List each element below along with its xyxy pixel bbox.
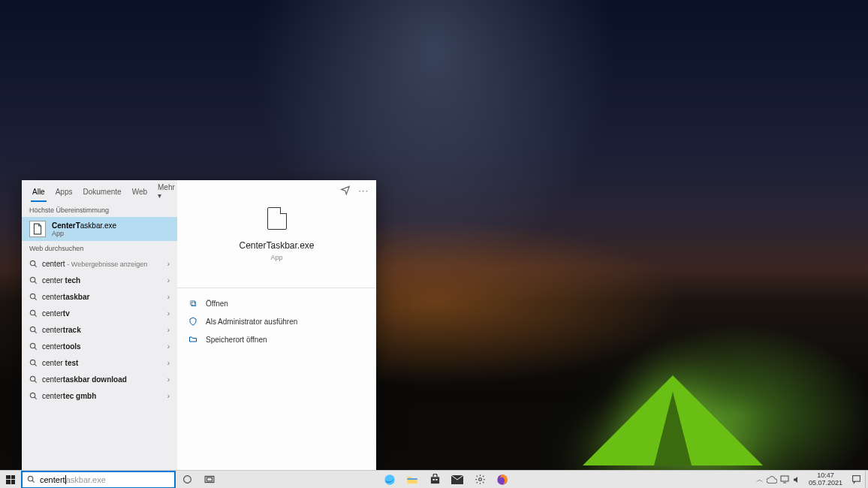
chevron-right-icon: ›	[167, 260, 170, 268]
web-result-item[interactable]: centertv›	[22, 305, 177, 321]
taskbar-app-settings[interactable]	[469, 471, 491, 489]
web-result-item[interactable]: center test›	[22, 354, 177, 371]
chevron-right-icon: ›	[167, 276, 170, 285]
task-view-button[interactable]	[198, 471, 221, 489]
svg-point-8	[30, 393, 35, 397]
svg-point-10	[183, 476, 191, 483]
search-icon	[29, 392, 38, 400]
web-result-text: centert - Webergebnisse anzeigen	[42, 260, 147, 268]
svg-rect-16	[432, 479, 435, 480]
section-web: Web durchsuchen	[22, 241, 177, 255]
tab-web[interactable]: Web	[132, 188, 147, 196]
search-icon	[29, 342, 38, 351]
web-result-text: centertv	[42, 309, 70, 318]
web-result-text: center tech	[42, 276, 80, 285]
taskbar-app-mail[interactable]	[446, 471, 469, 489]
tab-all[interactable]: Alle	[32, 188, 45, 196]
chevron-right-icon: ›	[167, 326, 170, 334]
svg-point-19	[478, 478, 481, 481]
svg-point-2	[30, 294, 35, 298]
web-result-item[interactable]: centertrack›	[22, 321, 177, 338]
section-best-match: Höchste Übereinstimmung	[22, 203, 177, 217]
chevron-right-icon: ›	[167, 309, 170, 318]
web-result-item[interactable]: centertools›	[22, 338, 177, 354]
web-result-item[interactable]: center tech›	[22, 272, 177, 288]
web-result-text: centertools	[42, 342, 81, 351]
best-match-title: CenterTaskbar.exe	[52, 221, 116, 230]
chevron-down-icon: ▾	[158, 191, 161, 200]
svg-point-9	[28, 476, 32, 480]
exe-icon	[29, 221, 46, 237]
action-open[interactable]: ⧉ Öffnen	[188, 296, 366, 311]
chevron-right-icon: ›	[167, 342, 170, 351]
show-desktop-button[interactable]	[865, 471, 868, 489]
best-match-sub: App	[52, 230, 116, 237]
svg-rect-22	[852, 476, 860, 482]
web-result-text: center test	[42, 359, 78, 367]
search-icon	[29, 359, 38, 367]
taskbar-search-input[interactable]: centertaskbar.exe	[21, 471, 176, 489]
start-button[interactable]	[0, 471, 21, 489]
admin-icon	[188, 317, 198, 326]
taskbar-clock[interactable]: 10:47 05.07.2021	[804, 472, 847, 486]
svg-rect-17	[436, 479, 438, 480]
search-icon	[29, 260, 38, 268]
more-icon[interactable]: ···	[358, 185, 369, 196]
system-tray: ︿	[753, 474, 804, 485]
svg-point-5	[30, 343, 35, 348]
search-autocomplete-hint: askbar.exe	[66, 475, 106, 484]
search-flyout: ··· Alle Apps Dokumente Web Mehr ▾ Höchs…	[22, 180, 376, 470]
chevron-right-icon: ›	[167, 293, 170, 301]
svg-point-6	[30, 360, 35, 364]
action-open-location[interactable]: Speicherort öffnen	[188, 332, 366, 347]
tray-overflow-icon[interactable]: ︿	[756, 474, 764, 485]
svg-rect-14	[407, 478, 417, 480]
cortana-button[interactable]	[176, 471, 198, 489]
taskbar-app-explorer[interactable]	[401, 471, 423, 489]
action-run-admin[interactable]: Als Administrator ausführen	[188, 314, 366, 329]
preview-sub: App	[270, 254, 282, 261]
web-result-text: centertaskbar	[42, 293, 89, 301]
action-center-button[interactable]	[847, 471, 865, 489]
tab-more[interactable]: Mehr ▾	[158, 183, 175, 200]
search-icon	[29, 326, 38, 334]
best-match-item[interactable]: CenterTaskbar.exe App	[22, 217, 177, 241]
search-value: centert	[40, 475, 65, 484]
search-icon	[29, 276, 38, 285]
svg-point-3	[30, 310, 35, 315]
web-result-item[interactable]: centertaskbar download›	[22, 371, 177, 387]
svg-rect-21	[781, 476, 788, 481]
volume-icon[interactable]	[792, 475, 801, 484]
web-result-item[interactable]: centertaskbar›	[22, 288, 177, 305]
preview-title: CenterTaskbar.exe	[239, 240, 314, 251]
tab-apps[interactable]: Apps	[56, 188, 73, 196]
chevron-right-icon: ›	[167, 392, 170, 400]
search-icon	[29, 309, 38, 318]
tab-documents[interactable]: Dokumente	[83, 188, 121, 196]
display-icon[interactable]	[780, 475, 789, 483]
svg-point-1	[30, 277, 35, 282]
windows-icon	[6, 475, 15, 484]
search-icon	[27, 475, 35, 483]
search-results-panel: Alle Apps Dokumente Web Mehr ▾ Höchste Ü…	[22, 180, 177, 470]
chevron-right-icon: ›	[167, 375, 170, 384]
search-icon	[29, 375, 38, 384]
taskbar-app-store[interactable]	[423, 471, 446, 489]
onedrive-icon[interactable]	[767, 476, 777, 483]
open-icon: ⧉	[188, 298, 198, 309]
web-result-item[interactable]: centert - Webergebnisse anzeigen›	[22, 255, 177, 272]
svg-point-4	[30, 327, 35, 331]
taskbar-app-edge[interactable]	[378, 471, 401, 489]
feedback-icon[interactable]	[340, 185, 351, 196]
action-run-admin-label: Als Administrator ausführen	[206, 318, 297, 326]
taskbar-app-firefox[interactable]	[491, 471, 514, 489]
svg-point-7	[30, 376, 35, 381]
svg-point-0	[30, 261, 35, 265]
svg-rect-12	[207, 477, 212, 481]
preview-exe-icon	[267, 207, 287, 230]
web-result-text: centertec gmbh	[42, 392, 96, 400]
chevron-right-icon: ›	[167, 359, 170, 367]
search-tabs: Alle Apps Dokumente Web Mehr ▾	[22, 180, 177, 203]
search-preview-panel: CenterTaskbar.exe App ⧉ Öffnen Als Admin…	[177, 180, 376, 470]
web-result-item[interactable]: centertec gmbh›	[22, 387, 177, 404]
